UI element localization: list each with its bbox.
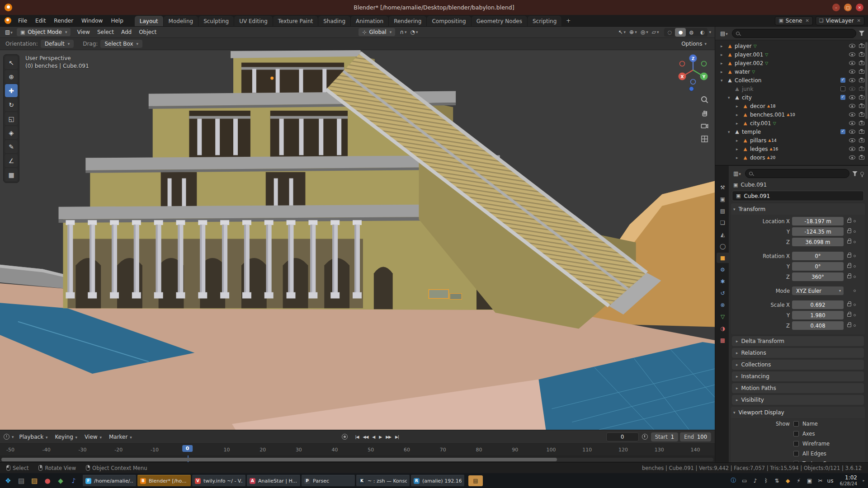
frame-end-field[interactable]: End100 bbox=[680, 432, 711, 441]
menubar-menu[interactable]: Render bbox=[50, 16, 77, 25]
lock-icon[interactable] bbox=[847, 275, 851, 278]
properties-tab[interactable]: ↺ bbox=[717, 288, 729, 298]
workspace-tab[interactable]: Rendering bbox=[389, 16, 427, 26]
viewport-menu[interactable]: Add bbox=[118, 28, 135, 37]
workspace-tab[interactable]: Sculpting bbox=[198, 16, 234, 26]
workspace-tab[interactable]: Animation bbox=[351, 16, 389, 26]
hide-in-viewport-icon[interactable] bbox=[849, 70, 855, 74]
transform-section-header[interactable]: ▾Transform bbox=[731, 203, 865, 215]
hide-in-viewport-icon[interactable] bbox=[849, 130, 855, 134]
animate-property-dot[interactable] bbox=[854, 255, 856, 257]
workspace-tab[interactable]: Scripting bbox=[528, 16, 562, 26]
disable-in-render-icon[interactable] bbox=[859, 156, 864, 160]
animate-property-dot[interactable] bbox=[854, 241, 856, 243]
outliner-row[interactable]: ▲ junk ▲ ▽ bbox=[715, 84, 868, 93]
taskbar-launcher-icon[interactable]: ▤ bbox=[15, 475, 27, 487]
lock-icon[interactable] bbox=[847, 303, 851, 306]
outliner-row[interactable]: ▸ ▲ water ▲ ▽ bbox=[715, 67, 868, 76]
animate-property-dot[interactable] bbox=[854, 304, 856, 306]
disclosure-icon[interactable]: ▸ bbox=[736, 104, 741, 108]
hide-in-viewport-icon[interactable] bbox=[849, 87, 855, 91]
transform-value-field[interactable]: -18.197 m ▾ bbox=[792, 217, 844, 225]
outliner-row[interactable]: ▸ ▲ benches.001 ▲10 ▽ bbox=[715, 110, 868, 119]
animate-property-dot[interactable] bbox=[854, 265, 856, 267]
view-layer-selector[interactable]: ❏ ViewLayer ✕ bbox=[816, 16, 864, 25]
disable-in-render-icon[interactable] bbox=[859, 87, 864, 91]
viewport-toggle-icon[interactable]: ▱▾ bbox=[650, 28, 661, 36]
transport-button[interactable]: ▶| bbox=[394, 434, 400, 440]
hide-in-viewport-icon[interactable] bbox=[849, 147, 855, 151]
properties-filter-icon[interactable] bbox=[852, 171, 858, 176]
lock-icon[interactable] bbox=[847, 220, 851, 223]
playhead[interactable]: 0 bbox=[182, 445, 193, 452]
timeline-menu[interactable]: Playback ▾ bbox=[16, 432, 52, 441]
tool-button[interactable]: ✚ bbox=[5, 84, 18, 97]
collection-checkbox[interactable] bbox=[840, 129, 845, 134]
taskbar-task-button[interactable]: F /home/amalie/... bbox=[83, 475, 136, 486]
tray-icon[interactable]: ⚡ bbox=[795, 478, 802, 484]
tray-icon[interactable]: ⇅ bbox=[774, 478, 781, 484]
viewport-toggle-icon[interactable]: ↖▾ bbox=[617, 28, 628, 36]
properties-tab[interactable]: ◭ bbox=[717, 229, 729, 239]
viewport-display-section-header[interactable]: ▾Viewport Display bbox=[731, 407, 865, 418]
mode-selector[interactable]: ▣ Object Mode ▾ bbox=[17, 28, 71, 36]
window-control-button[interactable]: – bbox=[832, 4, 840, 11]
disclosure-icon[interactable]: ▸ bbox=[736, 121, 741, 126]
hide-in-viewport-icon[interactable] bbox=[849, 104, 855, 108]
lock-icon[interactable] bbox=[847, 230, 851, 233]
tray-icon[interactable]: ▭ bbox=[741, 478, 748, 484]
option-checkbox[interactable] bbox=[793, 451, 799, 456]
window-control-button[interactable]: ✕ bbox=[856, 4, 863, 11]
hide-in-viewport-icon[interactable] bbox=[849, 61, 855, 65]
workspace-tab[interactable]: Shading bbox=[318, 16, 351, 26]
tool-button[interactable]: ∠ bbox=[5, 154, 18, 167]
disable-in-render-icon[interactable] bbox=[859, 122, 864, 125]
collapsed-panel-header[interactable]: ▸Motion Paths bbox=[732, 383, 864, 393]
object-name-field[interactable]: ▣ Cube.091 bbox=[732, 191, 864, 201]
disclosure-icon[interactable]: ▸ bbox=[736, 147, 741, 151]
shading-mode-button[interactable]: ◌ bbox=[664, 28, 675, 37]
disclosure-icon[interactable]: ▸ bbox=[721, 52, 725, 57]
collapsed-panel-header[interactable]: ▸Instancing bbox=[732, 371, 864, 381]
tool-button[interactable]: ↖ bbox=[5, 56, 18, 69]
menubar-menu[interactable]: Window bbox=[77, 16, 107, 25]
shading-mode-button[interactable]: ◐ bbox=[697, 28, 708, 37]
properties-tab[interactable]: ❏ bbox=[717, 217, 729, 228]
properties-search-input[interactable] bbox=[745, 169, 849, 178]
pan-hand-icon[interactable] bbox=[700, 108, 709, 117]
tool-button[interactable]: ⊕ bbox=[5, 70, 18, 83]
workspace-tab[interactable]: Compositing bbox=[427, 16, 471, 26]
current-frame-field[interactable]: 0 bbox=[606, 432, 639, 441]
disable-in-render-icon[interactable] bbox=[859, 113, 864, 117]
disclosure-icon[interactable]: ▾ bbox=[721, 78, 725, 83]
hide-in-viewport-icon[interactable] bbox=[849, 113, 855, 117]
disable-in-render-icon[interactable] bbox=[859, 139, 864, 142]
timeline-menu[interactable]: Keying ▾ bbox=[51, 432, 81, 441]
hide-in-viewport-icon[interactable] bbox=[849, 52, 855, 56]
workspace-tab[interactable]: UV Editing bbox=[234, 16, 273, 26]
outliner-row[interactable]: ▸ ▲ player.001 ▲ ▽ bbox=[715, 50, 868, 59]
workspace-tab[interactable]: Layout bbox=[135, 16, 164, 26]
collection-checkbox[interactable] bbox=[840, 95, 845, 100]
camera-view-icon[interactable] bbox=[700, 122, 709, 130]
navigation-gizmo[interactable]: Z X Y bbox=[676, 53, 710, 87]
hide-in-viewport-icon[interactable] bbox=[849, 121, 855, 125]
viewport-menu[interactable]: Select bbox=[94, 28, 118, 37]
outliner-row[interactable]: ▸ ▲ player.002 ▲ ▽ bbox=[715, 59, 868, 67]
viewport-3d-scene[interactable] bbox=[0, 50, 715, 430]
menubar-menu[interactable]: File bbox=[14, 16, 31, 25]
disable-in-render-icon[interactable] bbox=[859, 44, 864, 48]
disclosure-icon[interactable]: ▸ bbox=[721, 70, 725, 74]
orientation-default-dropdown[interactable]: Default▾ bbox=[41, 40, 74, 48]
transform-value-field[interactable]: XYZ Euler ▾ bbox=[792, 286, 844, 295]
frame-start-field[interactable]: Start1 bbox=[651, 432, 678, 441]
disclosure-icon[interactable]: ▸ bbox=[736, 138, 741, 143]
tool-button[interactable]: ◈ bbox=[5, 126, 18, 139]
tray-icon[interactable]: ♪ bbox=[752, 478, 759, 484]
properties-tab[interactable]: ▤ bbox=[717, 206, 729, 216]
keyboard-layout-indicator[interactable]: us bbox=[827, 478, 834, 484]
taskbar-task-button[interactable]: P Parsec bbox=[302, 475, 355, 486]
collection-checkbox[interactable] bbox=[840, 78, 845, 83]
timeline-menu[interactable]: View ▾ bbox=[81, 432, 105, 441]
taskbar-launcher-icon[interactable]: ▨ bbox=[28, 475, 40, 487]
